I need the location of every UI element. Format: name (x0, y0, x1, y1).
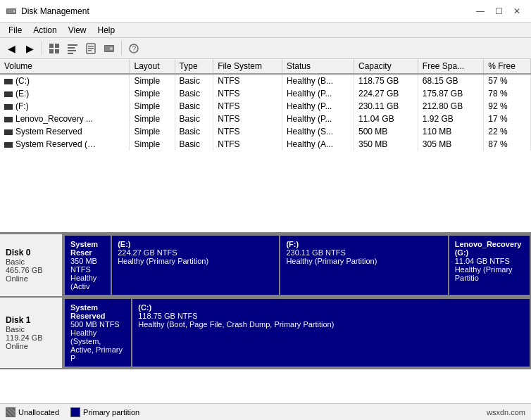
part-name: Lenovo_Recovery (G:) (455, 240, 524, 257)
toolbar-back[interactable]: ◀ (3, 40, 20, 57)
main-content: Volume Layout Type File System Status Ca… (0, 59, 531, 403)
part-status: Healthy (Activ (70, 274, 105, 291)
col-layout: Layout (130, 59, 175, 74)
cell-layout: Simple (130, 113, 175, 125)
close-button[interactable]: ✕ (508, 4, 525, 18)
app-icon (6, 6, 17, 17)
part-name: System Reserved (70, 303, 125, 320)
disk-partitions-0: System Reser 350 MB NTFS Healthy (Activ … (63, 234, 531, 296)
volume-icon (4, 142, 13, 148)
primary-box (70, 407, 80, 417)
col-status: Status (282, 59, 354, 74)
col-freespace: Free Spa... (418, 59, 483, 74)
toolbar-btn-5[interactable]: ? (125, 40, 142, 57)
cell-fs: NTFS (213, 138, 282, 151)
cell-layout: Simple (130, 138, 175, 151)
cell-status: Healthy (P... (282, 87, 354, 100)
cell-status: Healthy (P... (282, 100, 354, 113)
col-filesystem: File System (213, 59, 282, 74)
volume-table-section[interactable]: Volume Layout Type File System Status Ca… (0, 59, 531, 234)
partition-1-1[interactable]: (C:) 118.75 GB NTFS Healthy (Boot, Page … (132, 299, 530, 367)
part-size: 350 MB NTFS (70, 257, 105, 274)
website-label: wsxdn.com (487, 408, 525, 416)
disk-row-0: Disk 0 Basic 465.76 GB Online System Res… (0, 234, 531, 298)
volume-icon (4, 91, 13, 97)
part-name: (F:) (286, 240, 442, 248)
cell-free: 305 MB (418, 138, 483, 151)
menu-file[interactable]: File (3, 24, 27, 37)
part-size: 224.27 GB NTFS (118, 248, 273, 257)
toolbar-btn-1[interactable] (46, 40, 63, 57)
partition-0-3[interactable]: Lenovo_Recovery (G:) 11.04 GB NTFS Healt… (449, 236, 530, 295)
disk-section[interactable]: Disk 0 Basic 465.76 GB Online System Res… (0, 234, 531, 403)
cell-status: Healthy (P... (282, 113, 354, 125)
cell-free: 110 MB (418, 125, 483, 138)
disk-type: Basic (6, 257, 56, 266)
legend-primary: Primary partition (70, 407, 139, 417)
volume-table: Volume Layout Type File System Status Ca… (0, 59, 531, 151)
svg-rect-8 (68, 47, 75, 49)
svg-rect-5 (49, 49, 54, 53)
toolbar-btn-3[interactable] (82, 40, 99, 57)
cell-pct: 87 % (484, 138, 531, 151)
disk-icon (104, 43, 115, 54)
cell-pct: 57 % (484, 74, 531, 87)
partition-0-0[interactable]: System Reser 350 MB NTFS Healthy (Activ (65, 236, 111, 295)
part-status: Healthy (Primary Partition) (286, 257, 442, 265)
disk-name: Disk 1 (6, 315, 56, 325)
disk-container: Disk 0 Basic 465.76 GB Online System Res… (0, 234, 531, 369)
cell-layout: Simple (130, 87, 175, 100)
cell-fs: NTFS (213, 125, 282, 138)
table-row[interactable]: System Reserved (… Simple Basic NTFS Hea… (0, 138, 531, 151)
part-size: 230.11 GB NTFS (286, 248, 442, 257)
volume-icon (4, 104, 13, 110)
cell-fs: NTFS (213, 87, 282, 100)
disk-label-1: Disk 1 Basic 119.24 GB Online (0, 298, 63, 368)
toolbar-btn-4[interactable] (101, 40, 118, 57)
part-status: Healthy (System, Active, Primary P (70, 329, 125, 362)
toolbar-forward[interactable]: ▶ (21, 40, 38, 57)
toolbar-sep-1 (42, 42, 42, 56)
volume-icon (4, 117, 13, 122)
cell-volume: Lenovo_Recovery ... (0, 113, 130, 125)
window-controls: — ☐ ✕ (472, 4, 525, 18)
cell-type: Basic (175, 87, 213, 100)
table-row[interactable]: System Reserved Simple Basic NTFS Health… (0, 125, 531, 138)
cell-pct: 92 % (484, 100, 531, 113)
part-name: (C:) (138, 303, 524, 312)
cell-fs: NTFS (213, 100, 282, 113)
cell-capacity: 224.27 GB (354, 87, 418, 100)
maximize-button[interactable]: ☐ (490, 4, 507, 18)
partition-0-1[interactable]: (E:) 224.27 GB NTFS Healthy (Primary Par… (112, 236, 279, 295)
svg-rect-4 (55, 44, 59, 48)
minimize-button[interactable]: — (472, 4, 489, 18)
cell-layout: Simple (130, 100, 175, 113)
table-row[interactable]: (F:) Simple Basic NTFS Healthy (P... 230… (0, 100, 531, 113)
cell-free: 212.80 GB (418, 100, 483, 113)
col-pctfree: % Free (484, 59, 531, 74)
disk-status: Online (6, 342, 56, 350)
part-size: 11.04 GB NTFS (455, 257, 524, 265)
col-volume: Volume (0, 59, 130, 74)
volume-icon (4, 129, 13, 135)
disk-type: Basic (6, 325, 56, 333)
part-size: 500 MB NTFS (70, 320, 125, 329)
grid-icon (49, 43, 60, 54)
menu-action[interactable]: Action (27, 24, 62, 37)
cell-type: Basic (175, 125, 213, 138)
toolbar-btn-2[interactable] (64, 40, 81, 57)
col-type: Type (175, 59, 213, 74)
cell-layout: Simple (130, 74, 175, 87)
window-title: Disk Management (21, 6, 89, 16)
partition-0-2[interactable]: (F:) 230.11 GB NTFS Healthy (Primary Par… (280, 236, 447, 295)
cell-type: Basic (175, 100, 213, 113)
partition-1-0[interactable]: System Reserved 500 MB NTFS Healthy (Sys… (65, 299, 131, 367)
table-row[interactable]: Lenovo_Recovery ... Simple Basic NTFS He… (0, 113, 531, 125)
menu-view[interactable]: View (63, 24, 92, 37)
table-row[interactable]: (C:) Simple Basic NTFS Healthy (B... 118… (0, 74, 531, 87)
menu-help[interactable]: Help (92, 24, 121, 37)
cell-layout: Simple (130, 125, 175, 138)
cell-volume: (E:) (0, 87, 130, 100)
table-row[interactable]: (E:) Simple Basic NTFS Healthy (P... 224… (0, 87, 531, 100)
unallocated-box (6, 407, 15, 417)
